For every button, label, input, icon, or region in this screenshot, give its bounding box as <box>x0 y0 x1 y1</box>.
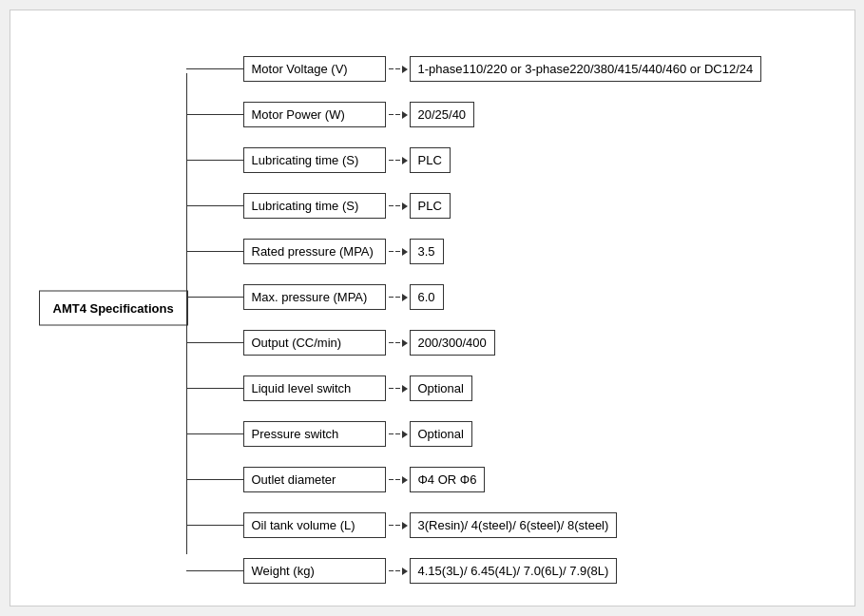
spec-label-0: Motor Voltage (V) <box>243 56 386 82</box>
dash-connector-4 <box>388 248 408 256</box>
spec-value-5: 6.0 <box>410 284 444 310</box>
dash-connector-0 <box>388 66 408 73</box>
dash-connector-9 <box>388 476 408 484</box>
spec-row-4: Rated pressure (MPA)3.5 <box>186 239 444 264</box>
dash-connector-2 <box>388 157 408 164</box>
spec-value-1: 20/25/40 <box>410 102 475 127</box>
spec-row-0: Motor Voltage (V)1-phase110/220 or 3-pha… <box>186 56 762 82</box>
root-node: AMT4 Specifications <box>39 291 188 326</box>
h-line-7 <box>186 388 243 389</box>
spec-value-0: 1-phase110/220 or 3-phase220/380/415/440… <box>410 56 762 82</box>
diagram-container: AMT4 Specifications Motor Voltage (V)1-p… <box>10 10 855 606</box>
spec-row-7: Liquid level switchOptional <box>186 375 472 401</box>
dash-connector-7 <box>388 385 408 393</box>
dash-connector-8 <box>388 431 408 438</box>
h-line-10 <box>186 525 243 526</box>
spec-label-4: Rated pressure (MPA) <box>243 239 386 264</box>
h-line-6 <box>186 342 243 343</box>
h-line-3 <box>186 205 243 206</box>
h-line-5 <box>186 297 243 298</box>
spec-label-11: Weight (kg) <box>243 558 386 584</box>
spec-label-8: Pressure switch <box>243 421 386 447</box>
spec-value-4: 3.5 <box>410 239 444 264</box>
dash-connector-6 <box>388 339 408 347</box>
diagram-inner: AMT4 Specifications Motor Voltage (V)1-p… <box>20 20 845 596</box>
root-label: AMT4 Specifications <box>53 301 174 316</box>
spec-row-8: Pressure switchOptional <box>186 421 472 447</box>
spec-value-8: Optional <box>410 421 472 447</box>
spec-label-10: Oil tank volume (L) <box>243 512 386 538</box>
dash-connector-3 <box>388 202 408 210</box>
spec-row-9: Outlet diameterΦ4 OR Φ6 <box>186 467 486 492</box>
spec-label-5: Max. pressure (MPA) <box>243 284 386 310</box>
spec-label-3: Lubricating time (S) <box>243 193 386 219</box>
spec-value-11: 4.15(3L)/ 6.45(4L)/ 7.0(6L)/ 7.9(8L) <box>410 558 618 584</box>
dash-connector-5 <box>388 294 408 301</box>
h-line-0 <box>186 68 243 69</box>
dash-connector-1 <box>388 111 408 119</box>
spec-row-10: Oil tank volume (L)3(Resin)/ 4(steel)/ 6… <box>186 512 618 538</box>
spec-label-6: Output (CC/min) <box>243 330 386 356</box>
h-line-1 <box>186 114 243 115</box>
spec-row-3: Lubricating time (S)PLC <box>186 193 451 219</box>
spec-value-10: 3(Resin)/ 4(steel)/ 6(steel)/ 8(steel) <box>410 512 618 538</box>
spec-label-9: Outlet diameter <box>243 467 386 492</box>
spec-row-6: Output (CC/min)200/300/400 <box>186 330 495 356</box>
spec-value-9: Φ4 OR Φ6 <box>410 467 486 492</box>
spec-value-3: PLC <box>410 193 451 219</box>
spec-label-7: Liquid level switch <box>243 375 386 401</box>
spec-value-7: Optional <box>410 375 472 401</box>
h-line-9 <box>186 479 243 480</box>
h-line-8 <box>186 433 243 434</box>
spec-label-1: Motor Power (W) <box>243 102 386 127</box>
spec-row-5: Max. pressure (MPA)6.0 <box>186 284 444 310</box>
spec-value-2: PLC <box>410 147 451 173</box>
spec-value-6: 200/300/400 <box>410 330 495 356</box>
dash-connector-10 <box>388 522 408 529</box>
spec-row-1: Motor Power (W)20/25/40 <box>186 102 475 127</box>
h-line-11 <box>186 570 243 571</box>
spec-row-11: Weight (kg)4.15(3L)/ 6.45(4L)/ 7.0(6L)/ … <box>186 558 618 584</box>
spec-label-2: Lubricating time (S) <box>243 147 386 173</box>
spec-row-2: Lubricating time (S)PLC <box>186 147 451 173</box>
h-line-4 <box>186 251 243 252</box>
h-line-2 <box>186 160 243 161</box>
dash-connector-11 <box>388 568 408 575</box>
